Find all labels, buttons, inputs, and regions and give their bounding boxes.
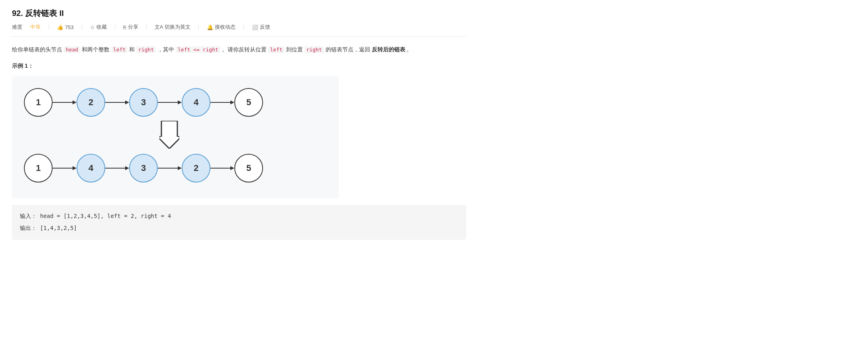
bottom-node-5: 5	[234, 154, 263, 182]
bottom-node-3: 3	[129, 154, 158, 182]
bottom-node-2: 2	[182, 154, 210, 182]
top-node-4: 4	[182, 88, 210, 117]
svg-marker-12	[73, 166, 77, 170]
arrow-1	[53, 98, 77, 106]
switch-lang-label: 切换为英文	[165, 24, 190, 31]
svg-marker-1	[73, 100, 77, 104]
arrow-b1	[53, 164, 77, 172]
feedback-icon: ⬜	[252, 24, 258, 30]
input-value: head = [1,2,3,4,5], left = 2, right = 4	[40, 213, 171, 219]
translate-icon: 文A	[155, 24, 163, 31]
output-value: [1,4,3,2,5]	[40, 225, 77, 231]
divider	[49, 24, 49, 30]
divider	[146, 24, 147, 30]
divider	[115, 24, 115, 30]
arrow-3	[158, 98, 182, 106]
svg-marker-5	[178, 100, 182, 104]
input-line: 输入： head = [1,2,3,4,5], left = 2, right …	[20, 210, 458, 222]
bell-icon: 🔔	[207, 24, 213, 30]
top-node-3: 3	[129, 88, 158, 117]
subscribe-button[interactable]: 🔔 接收动态	[207, 24, 236, 31]
arrow-2	[105, 98, 129, 106]
top-list-row: 1 2 3	[24, 88, 323, 117]
divider	[82, 24, 82, 30]
problem-title: 92. 反转链表 II	[12, 8, 64, 19]
arrow-b4	[210, 164, 234, 172]
share-icon: ⎘	[123, 24, 126, 30]
svg-marker-7	[230, 100, 234, 104]
share-button[interactable]: ⎘ 分享	[123, 24, 138, 31]
down-arrow-icon	[159, 121, 179, 150]
svg-marker-14	[125, 166, 129, 170]
output-label: 输出：	[20, 225, 37, 231]
feedback-label: 反馈	[260, 24, 270, 31]
input-label: 输入：	[20, 213, 37, 219]
svg-marker-18	[230, 166, 234, 170]
output-line: 输出： [1,4,3,2,5]	[20, 222, 458, 233]
thumbs-up-icon: 👍	[57, 24, 63, 30]
arrow-b3	[158, 164, 182, 172]
feedback-button[interactable]: ⬜ 反馈	[252, 24, 270, 31]
example-label: 示例 1：	[12, 63, 466, 70]
top-node-5: 5	[234, 88, 263, 117]
difficulty-label: 难度	[12, 24, 22, 31]
collect-label: 收藏	[96, 24, 107, 31]
divider	[198, 24, 199, 30]
problem-description: 给你单链表的头节点 head 和两个整数 left 和 right ，其中 le…	[12, 45, 466, 55]
svg-marker-16	[178, 166, 182, 170]
svg-marker-3	[125, 100, 129, 104]
switch-lang-button[interactable]: 文A 切换为英文	[155, 24, 191, 31]
arrow-b2	[105, 164, 129, 172]
example-io: 输入： head = [1,2,3,4,5], left = 2, right …	[12, 205, 466, 240]
bottom-node-4: 4	[77, 154, 105, 182]
arrow-4	[210, 98, 234, 106]
top-node-1: 1	[24, 88, 53, 117]
likes-button[interactable]: 👍 753	[57, 24, 74, 30]
star-icon: ☆	[90, 24, 95, 30]
collect-button[interactable]: ☆ 收藏	[90, 24, 107, 31]
bottom-node-1: 1	[24, 154, 53, 182]
top-node-2: 2	[77, 88, 105, 117]
share-label: 分享	[128, 24, 138, 31]
meta-row: 难度 中等 👍 753 ☆ 收藏 ⎘ 分享 文A 切换为英文 🔔 接收动态	[12, 24, 466, 37]
example-block: 1 2 3	[12, 76, 466, 240]
down-arrow-container	[24, 121, 323, 150]
divider	[244, 24, 244, 30]
bottom-list-row: 1 4 3	[24, 154, 323, 182]
page-container: 92. 反转链表 II 难度 中等 👍 753 ☆ 收藏 ⎘ 分享 文A 切换为…	[0, 0, 478, 248]
title-row: 92. 反转链表 II	[12, 8, 466, 19]
subscribe-label: 接收动态	[215, 24, 236, 31]
diagram-area: 1 2 3	[12, 76, 339, 198]
likes-count: 753	[65, 24, 74, 30]
difficulty-value: 中等	[30, 24, 41, 31]
